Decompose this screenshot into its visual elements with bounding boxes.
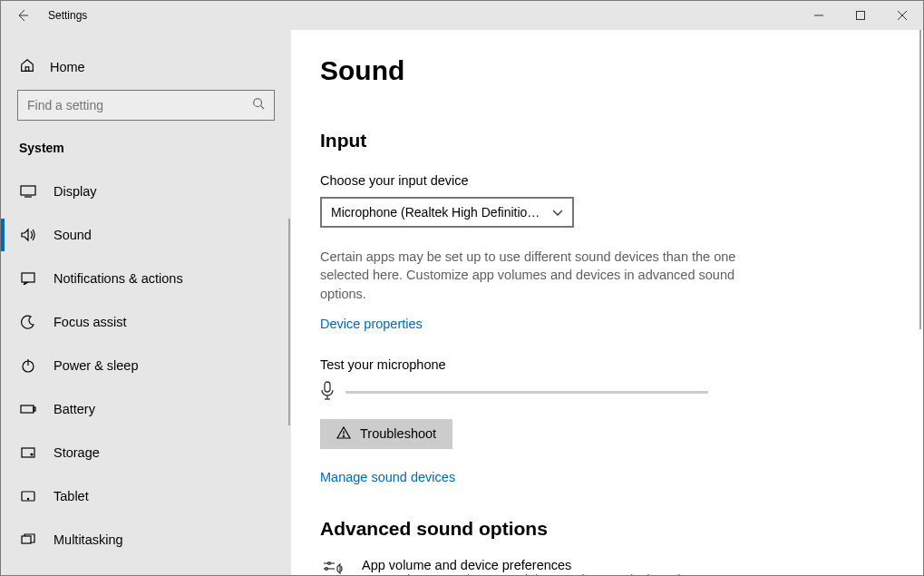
search-input[interactable]: [17, 90, 275, 121]
sidebar-item-display[interactable]: Display: [1, 170, 291, 213]
manage-sound-devices-link[interactable]: Manage sound devices: [320, 470, 455, 484]
storage-icon: [19, 447, 37, 458]
content-scrollbar[interactable]: [919, 30, 921, 329]
page-title: Sound: [320, 55, 894, 86]
search-field[interactable]: [27, 98, 252, 112]
mic-test-row: [320, 381, 894, 405]
sidebar-item-label: Display: [53, 184, 97, 199]
minimize-button[interactable]: [798, 1, 840, 30]
svg-rect-7: [21, 186, 35, 195]
power-icon: [19, 358, 37, 373]
svg-rect-9: [22, 273, 34, 282]
sidebar-item-label: Power & sleep: [53, 358, 139, 373]
svg-point-23: [343, 435, 344, 436]
input-device-select[interactable]: Microphone (Realtek High Definitio…: [320, 197, 574, 228]
advanced-section-header: Advanced sound options: [320, 518, 894, 540]
tablet-icon: [19, 491, 37, 502]
sidebar: Home System Display Sound Notificat: [1, 30, 291, 575]
sidebar-item-power-sleep[interactable]: Power & sleep: [1, 344, 291, 387]
test-mic-label: Test your microphone: [320, 357, 894, 372]
moon-icon: [19, 315, 37, 329]
svg-line-6: [261, 106, 265, 110]
close-icon: [898, 11, 907, 20]
display-icon: [19, 185, 37, 198]
sidebar-item-battery[interactable]: Battery: [1, 387, 291, 431]
app-volume-item[interactable]: App volume and device preferences Custom…: [320, 558, 894, 575]
input-helper-text: Certain apps may be set up to use differ…: [320, 248, 737, 303]
battery-icon: [19, 405, 37, 414]
svg-rect-14: [22, 448, 34, 457]
app-volume-subtitle: Customize app volumes and the speakers o…: [362, 572, 727, 575]
back-button[interactable]: [1, 1, 44, 30]
sidebar-item-label: Storage: [53, 445, 100, 460]
window-controls: [798, 1, 923, 30]
notifications-icon: [19, 272, 37, 285]
sidebar-item-label: Tablet: [53, 489, 89, 503]
input-device-value: Microphone (Realtek High Definitio…: [331, 205, 540, 220]
mic-level-bar: [345, 391, 708, 394]
sidebar-scrollbar[interactable]: [288, 219, 290, 425]
sidebar-item-notifications[interactable]: Notifications & actions: [1, 257, 291, 300]
maximize-button[interactable]: [840, 1, 881, 30]
sidebar-nav-list: Display Sound Notifications & actions Fo…: [1, 170, 291, 561]
sidebar-item-tablet[interactable]: Tablet: [1, 474, 291, 518]
content-pane: Sound Input Choose your input device Mic…: [291, 30, 923, 575]
svg-rect-19: [325, 382, 330, 392]
sidebar-category: System: [1, 135, 291, 170]
home-icon: [19, 57, 35, 77]
sidebar-item-label: Multitasking: [53, 532, 123, 547]
svg-rect-18: [22, 536, 31, 543]
arrow-left-icon: [15, 8, 30, 23]
multitask-icon: [19, 533, 37, 546]
app-volume-title: App volume and device preferences: [362, 558, 727, 572]
search-icon: [252, 97, 265, 113]
chevron-down-icon: [552, 205, 563, 220]
svg-rect-4: [25, 67, 29, 72]
title-bar: Settings: [1, 1, 923, 30]
input-section-header: Input: [320, 130, 894, 151]
sliders-icon: [320, 558, 345, 575]
sidebar-item-label: Sound: [53, 228, 92, 242]
minimize-icon: [814, 11, 823, 20]
sidebar-item-multitasking[interactable]: Multitasking: [1, 518, 291, 561]
window-title: Settings: [48, 9, 87, 22]
troubleshoot-label: Troubleshoot: [360, 426, 436, 441]
svg-rect-12: [21, 405, 34, 413]
sidebar-item-storage[interactable]: Storage: [1, 431, 291, 474]
sidebar-item-label: Focus assist: [53, 315, 127, 329]
svg-rect-13: [34, 407, 35, 411]
warning-icon: [336, 426, 351, 442]
close-button[interactable]: [881, 1, 923, 30]
sidebar-item-focus-assist[interactable]: Focus assist: [1, 300, 291, 344]
svg-rect-1: [857, 12, 865, 20]
troubleshoot-button[interactable]: Troubleshoot: [320, 419, 452, 449]
device-properties-link[interactable]: Device properties: [320, 317, 423, 331]
sidebar-item-label: Battery: [53, 402, 95, 416]
sound-icon: [19, 228, 37, 242]
svg-point-5: [254, 99, 262, 107]
home-label: Home: [50, 60, 85, 74]
maximize-icon: [856, 11, 865, 20]
choose-input-label: Choose your input device: [320, 173, 894, 188]
sidebar-item-sound[interactable]: Sound: [1, 213, 291, 257]
svg-point-17: [27, 498, 28, 499]
sidebar-item-home[interactable]: Home: [1, 50, 291, 90]
sidebar-item-label: Notifications & actions: [53, 271, 183, 286]
microphone-icon: [320, 381, 335, 405]
svg-point-15: [31, 454, 33, 455]
